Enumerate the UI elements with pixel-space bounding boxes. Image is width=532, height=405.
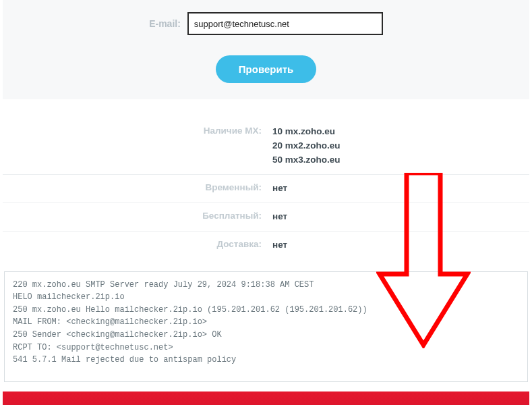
result-value-free: нет (272, 210, 529, 224)
result-banner: e-mail не существует (3, 392, 529, 405)
email-input[interactable] (187, 12, 383, 35)
result-row-mx: Наличие MX: 10 mx.zoho.eu20 mx2.zoho.eu5… (3, 118, 529, 175)
result-label-free: Бесплатный: (3, 210, 272, 221)
results-panel: Наличие MX: 10 mx.zoho.eu20 mx2.zoho.eu5… (0, 118, 532, 259)
result-value-delivery: нет (272, 238, 529, 252)
result-row-delivery: Доставка: нет (3, 232, 529, 259)
check-button[interactable]: Проверить (216, 55, 316, 83)
result-label-mx: Наличие MX: (3, 125, 272, 136)
email-row: E-mail: (3, 12, 529, 35)
smtp-log: 220 mx.zoho.eu SMTP Server ready July 29… (4, 271, 528, 382)
result-label-temporary: Временный: (3, 182, 272, 192)
mx-record: 10 mx.zoho.eu (272, 125, 529, 139)
check-form-panel: E-mail: Проверить (3, 0, 529, 99)
result-row-temporary: Временный: нет (3, 175, 529, 203)
result-label-delivery: Доставка: (3, 238, 272, 249)
email-label: E-mail: (149, 18, 181, 29)
result-row-free: Бесплатный: нет (3, 203, 529, 232)
mx-record: 50 mx3.zoho.eu (272, 153, 529, 167)
result-value-mx: 10 mx.zoho.eu20 mx2.zoho.eu50 mx3.zoho.e… (272, 125, 529, 167)
result-value-temporary: нет (272, 182, 529, 196)
check-button-wrap: Проверить (3, 55, 529, 83)
mx-record: 20 mx2.zoho.eu (272, 139, 529, 153)
